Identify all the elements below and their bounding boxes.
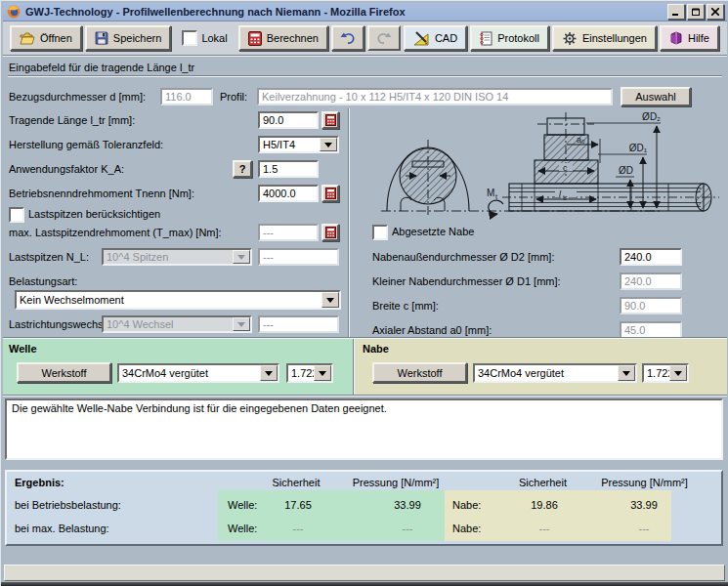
lastrichtungswechsel-select-value: 10^4 Wechsel	[104, 318, 233, 330]
toleranzfeld-dropdown-button[interactable]	[320, 138, 337, 151]
technical-drawing: ØD₂ ØD₁ ØD a₀ c l tr M t	[375, 106, 725, 222]
help-book-icon	[669, 31, 683, 45]
material-panel-bottom-divider	[3, 395, 727, 397]
hilfe-button[interactable]: Hilfe	[660, 25, 719, 51]
message-textarea[interactable]: Die gewählte Welle-Nabe Verbindung ist f…	[5, 398, 723, 460]
drehmoment-field[interactable]	[258, 185, 319, 202]
protokoll-label: Protokoll	[497, 32, 539, 44]
auswahl-button[interactable]: Auswahl	[621, 87, 691, 106]
toleranzfeld-select[interactable]: H5/IT4	[258, 136, 339, 153]
status-bar	[4, 565, 725, 581]
tmax-field[interactable]	[258, 224, 319, 241]
tragende-laenge-calc-button[interactable]	[321, 111, 339, 129]
anwendungsfaktor-label: Anwendungsfaktor K_A:	[9, 163, 124, 175]
nabe-material-number-dropdown-button[interactable]	[669, 365, 687, 381]
hilfe-label: Hilfe	[688, 32, 709, 44]
lastrichtungswechsel-field[interactable]	[258, 315, 339, 333]
welle-material-dropdown-button[interactable]	[260, 365, 278, 381]
result-welle-pressung: ---	[359, 523, 456, 534]
maximize-button[interactable]	[687, 4, 705, 20]
d2-label: Nabenaußendurchmesser Ø D2 [mm]:	[372, 251, 554, 263]
cad-button[interactable]: CAD	[404, 25, 467, 51]
lokal-checkbox[interactable]	[182, 30, 197, 46]
save-floppy-icon	[95, 31, 108, 45]
anwendungsfaktor-field[interactable]	[258, 160, 319, 178]
open-button[interactable]: Öffnen	[10, 25, 82, 51]
welle-material-number-select[interactable]: 1.7220	[286, 363, 333, 383]
calculate-button[interactable]: Berechnen	[238, 25, 328, 51]
nabe-panel: Nabe Werkstoff 34CrMo4 vergütet 1.7220	[355, 339, 727, 395]
minimize-button[interactable]	[667, 4, 685, 20]
chevron-down-icon	[237, 255, 245, 260]
toolbar: Öffnen Speichern Lokal	[3, 21, 727, 56]
lastrichtungswechsel-dropdown-button[interactable]	[233, 317, 250, 331]
dim-mt-sub-label: t	[495, 193, 497, 200]
nabe-material-select[interactable]: 34CrMo4 vergütet	[473, 363, 637, 383]
undo-button[interactable]	[331, 25, 364, 51]
mini-calculator-icon	[325, 188, 336, 199]
toleranzfeld-value: H5/IT4	[260, 139, 320, 150]
tmax-label: max. Lastspitzendrehmoment (T_max) [Nm]:	[9, 227, 222, 238]
results-header-pressung-welle: Pressung [N/mm²]	[337, 477, 454, 488]
belastungsart-select[interactable]: Kein Wechselmoment	[15, 290, 341, 310]
tragende-laenge-field[interactable]	[258, 111, 319, 129]
undo-icon	[340, 32, 356, 45]
lastspitzen-checkbox[interactable]	[9, 207, 24, 223]
drehmoment-label: Betriebsnenndrehmoment Tnenn [Nm]:	[9, 188, 194, 199]
d1-field[interactable]	[620, 272, 682, 290]
profil-field[interactable]	[257, 88, 613, 105]
nabe-material-number-select[interactable]: 1.7220	[642, 363, 689, 383]
result-nabe-pressung: 33.99	[595, 499, 693, 511]
dim-d2-label: ØD₂	[642, 111, 661, 122]
welle-title: Welle	[9, 343, 37, 355]
welle-material-number-dropdown-button[interactable]	[314, 365, 331, 381]
calculate-label: Berechnen	[267, 32, 319, 44]
lastspitzen-nl-select-value: 10^4 Spitzen	[104, 251, 233, 263]
dim-ltr-sub-label: tr	[563, 194, 568, 201]
tragende-laenge-label: Tragende Länge l_tr [mm]:	[9, 114, 135, 126]
minimize-icon	[672, 8, 680, 16]
chevron-down-icon	[674, 371, 682, 376]
lastspitzen-nl-dropdown-button[interactable]	[233, 250, 250, 264]
cad-icon	[413, 31, 430, 46]
chevron-down-icon	[237, 322, 245, 327]
nabe-material-dropdown-button[interactable]	[618, 365, 635, 381]
tmax-calc-button[interactable]	[321, 224, 339, 241]
bezugsdurchmesser-label: Bezugsdurchmesser d [mm]:	[9, 91, 146, 103]
abgesetzte-nabe-checkbox[interactable]	[372, 225, 388, 240]
chevron-down-icon	[324, 143, 332, 147]
protokoll-button[interactable]: Protokoll	[470, 25, 549, 51]
welle-werkstoff-button[interactable]: Werkstoff	[17, 362, 111, 383]
nabe-material-value: 34CrMo4 vergütet	[475, 367, 618, 379]
lastspitzen-nl-field[interactable]	[258, 248, 339, 266]
einstellungen-button[interactable]: Einstellungen	[552, 25, 657, 51]
breite-field[interactable]	[620, 297, 682, 314]
close-button[interactable]	[707, 4, 724, 20]
save-button[interactable]: Speichern	[85, 25, 172, 51]
belastungsart-dropdown-button[interactable]	[321, 292, 339, 308]
result-nabe-sicherheit: 19.86	[495, 499, 593, 511]
close-icon	[711, 8, 719, 16]
lastspitzen-nl-select[interactable]: 10^4 Spitzen	[102, 248, 252, 266]
lastrichtungswechsel-select[interactable]: 10^4 Wechsel	[102, 315, 252, 333]
drehmoment-calc-button[interactable]	[321, 185, 339, 202]
welle-material-select[interactable]: 34CrMo4 vergütet	[117, 363, 279, 383]
bezugsdurchmesser-field[interactable]	[160, 88, 213, 105]
window-bottom-edge	[1, 582, 728, 586]
anwendungsfaktor-help-button[interactable]: ?	[233, 160, 252, 178]
results-panel: Ergebnis: Sicherheit Pressung [N/mm²] Si…	[5, 470, 723, 546]
open-label: Öffnen	[40, 32, 72, 44]
maximize-icon	[692, 8, 701, 17]
chevron-down-icon	[326, 298, 334, 303]
lastrichtungswechsel-label: Lastrichtungswechsel:	[9, 318, 114, 330]
window-title: GWJ-Technology - Profilwellenberechnung …	[25, 6, 667, 18]
lastspitzen-checkbox-label: Lastspitzen berücksichtigen	[28, 208, 160, 220]
belastungsart-value: Kein Wechselmoment	[17, 294, 321, 306]
d2-field[interactable]	[620, 248, 682, 266]
redo-button[interactable]	[367, 25, 401, 51]
section-header: Eingabefeld für die tragende Länge l_tr	[9, 62, 194, 73]
lokal-option: Lokal	[182, 30, 227, 46]
results-header-pressung-nabe: Pressung [N/mm²]	[578, 477, 710, 488]
toleranzfeld-label: Herstellung gemäß Toleranzfeld:	[9, 139, 163, 150]
nabe-werkstoff-button[interactable]: Werkstoff	[372, 362, 467, 383]
